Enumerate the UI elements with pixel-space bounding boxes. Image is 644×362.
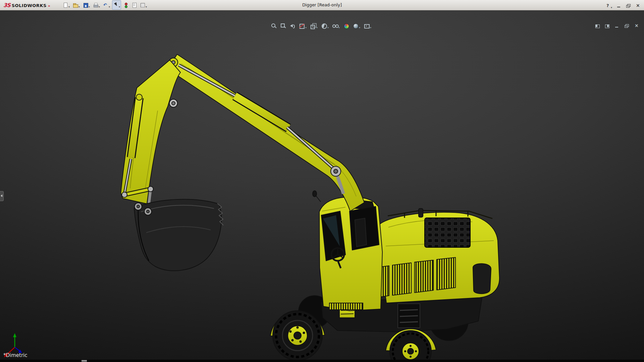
- brand-chevron-icon: »: [48, 4, 50, 8]
- selection-filter-button[interactable]: [122, 0, 129, 10]
- wheel-front-left[interactable]: [273, 311, 322, 360]
- view-orientation-icon: [310, 23, 316, 29]
- selection-filter-icon: [123, 2, 128, 8]
- viewport[interactable]: *Dimetric: [0, 10, 644, 362]
- print-button[interactable]: [92, 0, 101, 10]
- open-dropdown-arrow[interactable]: [78, 2, 80, 8]
- help-dropdown-arrow[interactable]: [610, 3, 612, 9]
- previous-view-button[interactable]: [288, 21, 297, 31]
- view-orientation-label: *Dimetric: [3, 352, 28, 358]
- apply-scene-button[interactable]: [352, 21, 361, 31]
- hide-show-items-icon: [332, 23, 338, 29]
- brand-mark: 3S: [3, 2, 10, 8]
- bottom-edge-bar: [0, 360, 644, 362]
- boom-arm[interactable]: [168, 54, 364, 211]
- display-style-dropdown-arrow[interactable]: [327, 23, 329, 29]
- edit-appearance-button[interactable]: [342, 21, 350, 31]
- close-button[interactable]: [633, 21, 640, 31]
- new-dropdown-arrow[interactable]: [68, 2, 70, 8]
- file-properties-icon: [131, 2, 137, 8]
- view-settings-button[interactable]: [363, 21, 372, 31]
- open-icon: [73, 2, 78, 8]
- zoom-to-area-button[interactable]: [279, 21, 287, 31]
- pane-right-icon: [604, 23, 610, 28]
- minimize-icon: [616, 3, 622, 8]
- cab[interactable]: [313, 191, 382, 311]
- pane-left-icon: [595, 23, 600, 28]
- brand-name: SOLIDWORKS: [12, 3, 47, 8]
- undo-icon: [103, 2, 108, 8]
- viewport-window-controls: [594, 21, 640, 31]
- pane-left-button[interactable]: [594, 21, 601, 31]
- print-icon: [93, 2, 98, 8]
- zoom-to-fit-button[interactable]: [270, 21, 278, 31]
- solidworks-logo: 3S SOLIDWORKS »: [0, 2, 53, 8]
- minimize-button[interactable]: [615, 1, 623, 10]
- bucket[interactable]: [134, 199, 223, 270]
- close-icon: [634, 23, 639, 28]
- window-title: Digger [Read-only]: [302, 0, 342, 10]
- headsup-view-toolbar: [270, 21, 372, 31]
- new-icon: [63, 2, 68, 8]
- file-properties-button[interactable]: [130, 0, 138, 10]
- open-button[interactable]: [72, 0, 81, 10]
- help-button[interactable]: [604, 1, 613, 10]
- minimize-icon: [614, 23, 620, 28]
- taskbar-sliver: [82, 360, 87, 362]
- section-view-button[interactable]: [298, 21, 308, 31]
- restore-button[interactable]: [623, 21, 630, 31]
- engine-housing[interactable]: [370, 208, 499, 303]
- apply-scene-dropdown-arrow[interactable]: [359, 23, 360, 29]
- save-icon: [83, 2, 88, 8]
- display-style-icon: [321, 23, 327, 29]
- restore-icon: [626, 3, 631, 8]
- display-style-button[interactable]: [320, 21, 330, 31]
- edit-appearance-icon: [343, 23, 349, 29]
- titlebar: 3S SOLIDWORKS » Digger [Read-only]: [0, 0, 644, 10]
- undo-dropdown-arrow[interactable]: [108, 2, 110, 8]
- main-toolbar: [62, 0, 148, 10]
- zoom-to-area-icon: [280, 23, 286, 29]
- select-icon: [113, 2, 118, 8]
- pane-right-button[interactable]: [603, 21, 611, 31]
- titlebar-controls: [604, 1, 641, 10]
- save-dropdown-arrow[interactable]: [88, 2, 90, 8]
- solidworks-window: { "window": { "brand_mark": "3S", "brand…: [0, 0, 644, 362]
- apply-scene-icon: [353, 23, 359, 29]
- print-dropdown-arrow[interactable]: [98, 2, 100, 8]
- section-view-dropdown-arrow[interactable]: [305, 23, 307, 29]
- restore-icon: [624, 23, 629, 28]
- stick-arm[interactable]: [121, 60, 180, 204]
- close-button[interactable]: [634, 1, 641, 10]
- options-icon: [140, 2, 145, 8]
- digger-model[interactable]: [0, 10, 644, 362]
- undo-button[interactable]: [102, 0, 111, 10]
- section-view-icon: [299, 23, 305, 29]
- view-settings-icon: [364, 23, 370, 29]
- help-icon: [605, 3, 610, 8]
- save-button[interactable]: [82, 0, 91, 10]
- previous-view-icon: [289, 23, 296, 29]
- select-button[interactable]: [112, 0, 121, 10]
- restore-button[interactable]: [625, 1, 632, 10]
- new-button[interactable]: [62, 0, 71, 10]
- options-button[interactable]: [139, 0, 148, 10]
- select-dropdown-arrow[interactable]: [118, 2, 120, 8]
- close-icon: [635, 3, 640, 8]
- options-dropdown-arrow[interactable]: [145, 2, 147, 8]
- zoom-to-fit-icon: [271, 23, 277, 29]
- minimize-button[interactable]: [613, 21, 621, 31]
- featuremanager-flyout-tab[interactable]: [0, 191, 4, 201]
- view-settings-dropdown-arrow[interactable]: [370, 23, 371, 29]
- view-orientation-button[interactable]: [309, 21, 319, 31]
- hide-show-items-button[interactable]: [331, 21, 341, 31]
